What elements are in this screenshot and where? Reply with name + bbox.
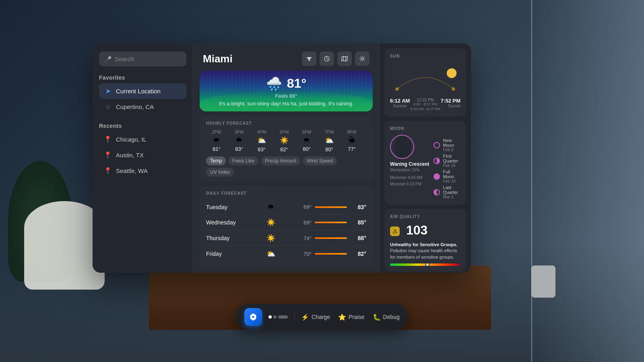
pin-icon-chicago: 📍 xyxy=(104,136,112,143)
moon-label: MOON xyxy=(390,126,460,131)
search-bar[interactable]: 🎤 Search xyxy=(99,51,186,66)
daily-icon: 🌧 xyxy=(246,203,295,211)
hour-time: 2PM xyxy=(212,130,221,134)
sunrise-time: 6:12 AM xyxy=(390,98,410,104)
hour-icon: 🌧 xyxy=(213,136,220,144)
daily-day: Thursday xyxy=(206,235,246,241)
pin-icon-austin: 📍 xyxy=(104,151,112,159)
sun-card: SUN 6:12 AM Sunrise 12:32 PM 6:00 - 8:17… xyxy=(384,48,466,117)
hour-time: 8PM xyxy=(347,130,357,134)
moon-card: MOON Waning Crescent Illumination 15% Mo… xyxy=(384,121,466,205)
sidebar-item-current-location[interactable]: ➤ Current Location xyxy=(99,83,186,99)
phase-date: Feb 9 xyxy=(443,148,460,152)
bottom-actions: ⚡ Charge ⭐ Praise 🐛 Debug xyxy=(301,313,400,321)
hero-temp-row: 🌧️ 81° xyxy=(266,76,306,91)
hour-item: 2PM 🌧 81° xyxy=(206,130,227,152)
moon-phases: New Moon Feb 9 First Quarter Feb 16 Full… xyxy=(433,138,460,199)
charge-action[interactable]: ⚡ Charge xyxy=(301,313,330,321)
praise-action[interactable]: ⭐ Praise xyxy=(338,313,365,321)
phase-icon xyxy=(433,158,440,164)
main-header: Miami xyxy=(193,43,379,71)
hour-temp: 80° xyxy=(325,146,333,152)
daily-high: 88° xyxy=(350,235,366,241)
app-icon[interactable] xyxy=(244,308,262,326)
location-icon: ➤ xyxy=(104,87,112,95)
bg-robot xyxy=(531,265,555,298)
phase-info: New Moon Feb 9 xyxy=(443,138,460,152)
hour-item: 8PM 🌦 77° xyxy=(341,130,362,152)
sidebar: 🎤 Search Favorites ➤ Current Location ☆ … xyxy=(93,43,193,273)
weather-hero: 🌧️ 81° Feels 88° It's a bright, sun-shin… xyxy=(200,71,373,111)
hero-temperature: 81° xyxy=(287,76,306,91)
aqi-label: AIR QUALITY xyxy=(390,214,460,219)
moon-phase-name: Waning Crescent xyxy=(390,161,429,167)
first-last-light: 5:55 AM - 8:17 PM xyxy=(410,107,440,111)
settings-button[interactable] xyxy=(355,51,369,66)
map-button[interactable] xyxy=(337,51,352,66)
svg-point-7 xyxy=(252,316,254,318)
sunrise-item: 6:12 AM Sunrise xyxy=(390,98,410,108)
moon-circle xyxy=(390,135,414,159)
moon-shadow xyxy=(395,136,411,159)
pin-icon-seattle: 📍 xyxy=(104,167,112,175)
sidebar-item-cupertino[interactable]: ☆ Cupertino, CA xyxy=(99,99,186,115)
sunset-label: Sunset xyxy=(441,104,460,108)
weather-icon: 🌧️ xyxy=(266,76,282,91)
hour-time: 5PM xyxy=(280,130,289,134)
feels-like: Feels 88° xyxy=(275,93,297,99)
hour-icon: 🌧 xyxy=(303,136,310,144)
sunrise-label: Sunrise xyxy=(390,104,410,108)
air-quality-card: AIR QUALITY ⚠ 103 Unhealthy for Sensitiv… xyxy=(384,209,466,272)
phase-info: Last Quarter Mar 3 xyxy=(443,185,460,199)
sidebar-item-chicago[interactable]: 📍 Chicago, IL xyxy=(99,132,186,147)
mic-icon: 🎤 xyxy=(105,56,111,62)
clock-button[interactable] xyxy=(320,51,334,66)
daily-bar xyxy=(315,253,347,255)
moon-left: Waning Crescent Illumination 15% Moonris… xyxy=(390,135,429,187)
aqi-badge-icon: ⚠ xyxy=(390,226,400,236)
sidebar-item-austin[interactable]: 📍 Austin, TX xyxy=(99,147,186,163)
charge-icon: ⚡ xyxy=(301,313,309,321)
hour-time: 3PM xyxy=(235,130,244,134)
moonrise-time: Moonrise 4:04 AM xyxy=(390,175,429,181)
header-icons xyxy=(302,51,369,66)
daily-low: 69° xyxy=(295,204,312,210)
app-window: 🎤 Search Favorites ➤ Current Location ☆ … xyxy=(93,43,471,273)
hourly-tab[interactable]: Precip Amount xyxy=(261,156,300,165)
search-input-label: Search xyxy=(115,56,134,62)
svg-point-6 xyxy=(452,87,455,91)
hourly-tab[interactable]: UV Index xyxy=(206,168,234,177)
daily-row: Wednesday ☀️ 69° 85° xyxy=(206,215,366,230)
sunset-time: 7:52 PM xyxy=(441,98,460,104)
daily-high: 85° xyxy=(350,219,366,226)
filter-button[interactable] xyxy=(302,51,316,66)
hour-temp: 80° xyxy=(303,146,311,152)
hour-time: 4PM xyxy=(257,130,266,134)
daily-high: 82° xyxy=(350,251,366,257)
charge-label: Charge xyxy=(312,314,330,320)
dot-bar xyxy=(278,315,288,319)
phase-icon xyxy=(433,173,440,180)
golden-hour: 6:00 - 8:17 PM xyxy=(410,102,440,106)
daily-day: Tuesday xyxy=(206,204,246,210)
daily-icon: ☀️ xyxy=(246,234,295,243)
daily-forecast-card: DAILY FORECAST Tuesday 🌧 69° 83° Wednesd… xyxy=(200,186,373,266)
sun-arc-svg xyxy=(390,62,460,95)
phase-date: Feb 24 xyxy=(443,179,460,183)
favorites-label: Favorites xyxy=(99,74,186,81)
hourly-tab[interactable]: Wind Speed xyxy=(303,156,337,165)
moonset-time: Moonset 6:24 PM xyxy=(390,181,429,187)
hourly-label: HOURLY FORECAST xyxy=(206,121,366,125)
hour-icon: ☀️ xyxy=(280,136,289,145)
moon-phase-item: New Moon Feb 9 xyxy=(433,138,460,152)
daily-icon: ☀️ xyxy=(246,218,295,227)
hour-temp: 82° xyxy=(280,146,288,152)
sidebar-item-seattle[interactable]: 📍 Seattle, WA xyxy=(99,163,186,179)
debug-action[interactable]: 🐛 Debug xyxy=(373,313,400,321)
hourly-tab[interactable]: Temp xyxy=(206,156,226,165)
hour-temp: 83° xyxy=(235,146,243,152)
hour-time: 6PM xyxy=(302,130,312,134)
phase-name: Full Moon xyxy=(443,169,460,179)
star-icon: ☆ xyxy=(104,103,112,111)
hourly-tab[interactable]: Feels Like xyxy=(228,156,258,165)
